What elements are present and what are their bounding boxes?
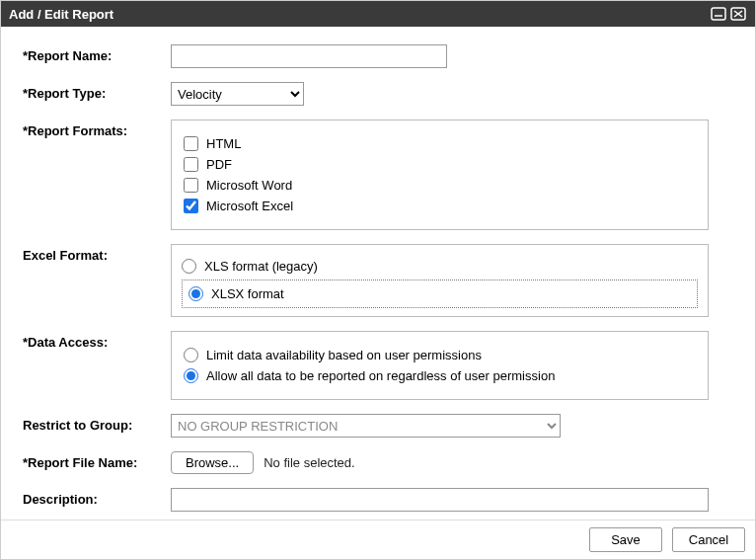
dialog-footer: Save Cancel: [1, 520, 755, 559]
restrict-group-label: Restrict to Group:: [23, 414, 171, 433]
report-type-select[interactable]: Velocity: [171, 82, 304, 106]
excel-xlsx-radio[interactable]: [189, 286, 203, 301]
excel-xls-radio[interactable]: [182, 259, 196, 274]
report-name-input[interactable]: [171, 44, 447, 68]
titlebar: Add / Edit Report: [1, 1, 755, 27]
report-formats-label: *Report Formats:: [23, 120, 171, 138]
data-access-all-radio[interactable]: [184, 368, 198, 383]
format-word-checkbox[interactable]: [184, 178, 198, 193]
report-name-label: *Report Name:: [23, 44, 171, 63]
excel-xlsx-label: XLSX format: [211, 286, 284, 301]
restrict-group-select[interactable]: NO GROUP RESTRICTION: [171, 414, 561, 438]
dialog-body: *Report Name: *Report Type: Velocity *Re…: [1, 27, 755, 520]
dialog: Add / Edit Report *Report Name: *Report …: [0, 0, 756, 560]
save-button[interactable]: Save: [589, 527, 662, 552]
report-file-label: *Report File Name:: [23, 451, 171, 470]
data-access-limit-label: Limit data availability based on user pe…: [206, 348, 482, 362]
excel-xls-label: XLS format (legacy): [204, 259, 318, 274]
format-excel-checkbox[interactable]: [184, 199, 198, 213]
format-word-label: Microsoft Word: [206, 178, 292, 193]
minimize-icon[interactable]: [710, 6, 727, 22]
file-status-text: No file selected.: [264, 455, 355, 470]
format-pdf-label: PDF: [206, 157, 232, 172]
description-label: Description:: [23, 488, 171, 507]
format-pdf-checkbox[interactable]: [184, 157, 198, 172]
data-access-all-label: Allow all data to be reported on regardl…: [206, 368, 555, 383]
format-html-checkbox[interactable]: [184, 136, 198, 151]
data-access-group: Limit data availability based on user pe…: [171, 331, 709, 400]
close-icon[interactable]: [729, 6, 747, 22]
format-html-label: HTML: [206, 136, 241, 151]
browse-button[interactable]: Browse...: [171, 451, 254, 474]
cancel-button[interactable]: Cancel: [672, 527, 745, 552]
report-type-label: *Report Type:: [23, 82, 171, 101]
format-excel-label: Microsoft Excel: [206, 199, 293, 213]
dialog-title: Add / Edit Report: [9, 7, 113, 22]
excel-format-label: Excel Format:: [23, 244, 171, 263]
description-input[interactable]: [171, 488, 709, 512]
report-formats-group: HTML PDF Microsoft Word Microsoft Excel: [171, 120, 709, 230]
excel-format-group: XLS format (legacy) XLSX format: [171, 244, 709, 317]
svg-rect-0: [712, 8, 725, 20]
data-access-limit-radio[interactable]: [184, 348, 198, 362]
data-access-label: *Data Access:: [23, 331, 171, 350]
